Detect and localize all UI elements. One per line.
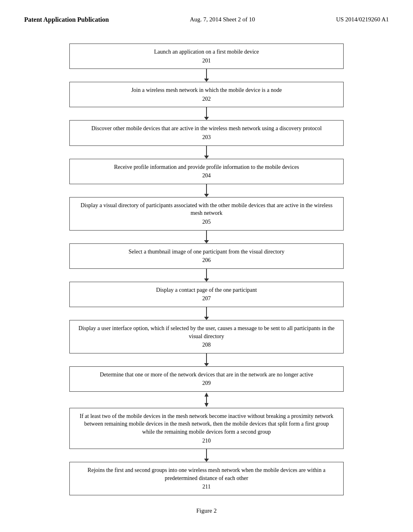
flow-box-203: Discover other mobile devices that are a… [69, 120, 344, 145]
arrow-head [204, 278, 209, 282]
box-209-step: 209 [78, 379, 335, 387]
box-210-text: If at least two of the mobile devices in… [79, 413, 333, 435]
flow-box-208: Display a user interface option, which i… [69, 320, 344, 353]
box-202-text: Join a wireless mesh network in which th… [131, 87, 282, 93]
box-203-step: 203 [78, 133, 335, 141]
box-203-text: Discover other mobile devices that are a… [91, 125, 321, 131]
flow-box-210: If at least two of the mobile devices in… [69, 408, 344, 449]
box-210-step: 210 [78, 437, 335, 445]
arrow-head [204, 363, 209, 366]
arrow-1 [204, 69, 209, 82]
arrow-2 [204, 107, 209, 120]
header-right: US 2014/0219260 A1 [336, 16, 389, 23]
figure-caption: Figure 2 [24, 507, 389, 514]
box-208-step: 208 [78, 341, 335, 349]
patent-number: US 2014/0219260 A1 [336, 16, 389, 23]
arrow-line [206, 146, 207, 156]
flow-box-209: Determine that one or more of the networ… [69, 366, 344, 392]
arrow-10 [204, 449, 209, 462]
box-206-step: 206 [78, 256, 335, 264]
double-arrow-icon [203, 392, 210, 408]
arrow-line [206, 307, 207, 317]
box-202-step: 202 [78, 95, 335, 103]
header-center: Aug. 7, 2014 Sheet 2 of 10 [190, 16, 255, 23]
arrow-5 [204, 231, 209, 243]
box-208-text: Display a user interface option, which i… [78, 325, 334, 339]
svg-marker-2 [204, 403, 209, 407]
box-209-text: Determine that one or more of the networ… [100, 372, 313, 378]
arrow-head [204, 317, 209, 320]
arrow-line [206, 231, 207, 240]
box-205-step: 205 [78, 218, 335, 226]
arrow-head [204, 194, 209, 197]
arrow-head [204, 117, 209, 120]
arrow-line [206, 269, 207, 278]
box-207-step: 207 [78, 295, 335, 303]
arrow-line [206, 353, 207, 363]
arrow-line [206, 184, 207, 194]
arrow-4 [204, 184, 209, 197]
figure-label: Figure 2 [196, 507, 217, 514]
arrow-6 [204, 269, 209, 282]
arrow-head [204, 79, 209, 82]
flow-box-201: Launch an application on a first mobile … [69, 44, 344, 69]
arrow-line [206, 449, 207, 459]
svg-rect-1 [206, 396, 207, 404]
box-201-text: Launch an application on a first mobile … [154, 49, 259, 55]
flow-box-202: Join a wireless mesh network in which th… [69, 82, 344, 107]
header-left: Patent Application Publication [24, 16, 109, 23]
box-205-text: Display a visual directory of participan… [81, 202, 333, 216]
double-arrow [203, 392, 210, 408]
arrow-8 [204, 353, 209, 366]
page: Patent Application Publication Aug. 7, 2… [0, 0, 413, 532]
box-201-step: 201 [78, 57, 335, 65]
flow-box-207: Display a contact page of the one partic… [69, 282, 344, 307]
flow-box-211: Rejoins the first and second groups into… [69, 462, 344, 495]
box-211-step: 211 [78, 483, 335, 491]
header: Patent Application Publication Aug. 7, 2… [24, 16, 389, 23]
flowchart: Launch an application on a first mobile … [24, 44, 389, 495]
arrow-head [204, 156, 209, 159]
arrow-line [206, 107, 207, 117]
flow-box-205: Display a visual directory of participan… [69, 197, 344, 231]
box-211-text: Rejoins the first and second groups into… [88, 467, 325, 481]
arrow-head [204, 459, 209, 462]
flow-box-204: Receive profile information and provide … [69, 159, 344, 184]
arrow-7 [204, 307, 209, 320]
box-204-step: 204 [78, 172, 335, 180]
box-206-text: Select a thumbnail image of one particip… [129, 249, 284, 255]
arrow-3 [204, 146, 209, 159]
arrow-line [206, 69, 207, 79]
date-sheet: Aug. 7, 2014 Sheet 2 of 10 [190, 16, 255, 23]
box-204-text: Receive profile information and provide … [114, 164, 299, 170]
flow-box-206: Select a thumbnail image of one particip… [69, 243, 344, 269]
publication-label: Patent Application Publication [24, 16, 109, 23]
arrow-head [204, 240, 209, 243]
box-207-text: Display a contact page of the one partic… [156, 287, 257, 293]
